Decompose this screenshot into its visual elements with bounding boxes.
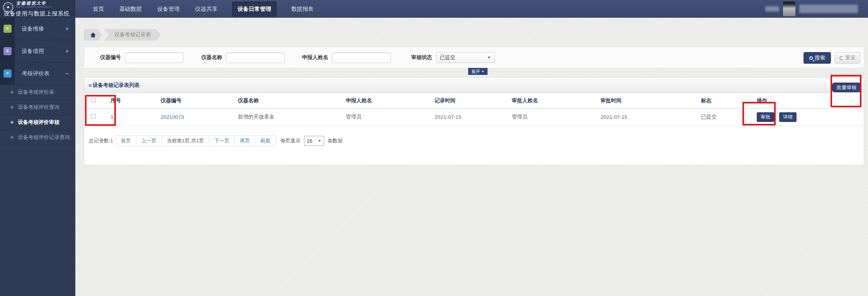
reset-button-label: 重置 xyxy=(845,54,856,61)
table-row: 1 20210073 新增的开放基金 管理员 2021-07-15 管理员 20… xyxy=(84,108,864,126)
header-device-code: 仪器编号 xyxy=(158,97,235,104)
first-page-button[interactable]: 首页 xyxy=(116,135,136,146)
university-name-en: ANHUI JIANZHU UNIVERSITY xyxy=(16,5,73,9)
sidebar-item-evaluation-form[interactable]: 设备考核评价表 xyxy=(0,85,75,100)
bullet-icon xyxy=(10,121,14,124)
applicant-name-label: 申报人姓名 xyxy=(302,54,328,61)
nav-item-instrument-share[interactable]: 仪器共享 xyxy=(194,2,218,16)
device-borrow-iconbox: ≡ xyxy=(0,40,15,62)
nav-item-home[interactable]: 首页 xyxy=(92,2,105,16)
user-label-blurred xyxy=(765,6,779,12)
sidebar-item-evaluation-review-active[interactable]: 设备考核评价审核 xyxy=(0,115,75,130)
expand-plus-icon[interactable]: + xyxy=(65,25,69,32)
device-code-label: 仪器编号 xyxy=(100,54,121,61)
user-name-blurred[interactable] xyxy=(799,5,858,13)
header-approve-time: 审批时间 xyxy=(598,97,698,104)
device-name-input[interactable] xyxy=(226,52,285,63)
last-page-button[interactable]: 尾页 xyxy=(234,135,255,146)
list-icon: ≡ xyxy=(88,82,92,88)
sidebar-item-evaluation-query[interactable]: 设备考核评价查询 xyxy=(0,100,75,115)
sidebar-submenu: 设备考核评价表 设备考核评价查询 设备考核评价审核 设备考核评价记录查询 xyxy=(0,85,75,145)
header-status: 标志 xyxy=(698,97,754,104)
field-device-name: 仪器名称 xyxy=(201,52,285,63)
review-status-label: 审核状态 xyxy=(411,54,432,61)
sidebar-item-evaluation-record-query[interactable]: 设备考核评价记录查询 xyxy=(0,130,75,145)
sidebar: ≡ 设备维修 + ≡ 设备借用 + ≡ 考核评价表 − 设备考核评价表 设备考核… xyxy=(0,18,75,296)
per-page-select[interactable]: 15 ▼ xyxy=(304,136,324,146)
record-list-panel: ≡ 设备考核记录表列表 批量审核 序号 仪器编号 仪器名称 申报人姓名 记录时间… xyxy=(84,77,864,165)
list-panel-title: 设备考核记录表列表 xyxy=(93,82,140,89)
header-actions: 操作 xyxy=(754,97,864,104)
sidebar-group-evaluation[interactable]: ≡ 考核评价表 − xyxy=(0,63,75,85)
select-all-checkbox[interactable] xyxy=(91,98,96,103)
pagination-group: 首页 上一页 当前第1页,共1页 下一页 尾页 刷新 xyxy=(116,135,276,146)
sidebar-subitem-label: 设备考核评价审核 xyxy=(18,119,59,126)
device-name-label: 仪器名称 xyxy=(201,54,222,61)
search-icon xyxy=(809,56,813,60)
device-repair-iconbox: ≡ xyxy=(0,18,15,40)
sidebar-subitem-label: 设备考核评价记录查询 xyxy=(18,134,70,141)
search-panel: 仪器编号 仪器名称 申报人姓名 审核状态 已提交 ▼ 搜索 重置 xyxy=(84,47,864,68)
header-applicant: 申报人姓名 xyxy=(343,97,431,104)
next-page-button[interactable]: 下一页 xyxy=(209,135,235,146)
row-checkbox[interactable] xyxy=(91,114,96,119)
nav-item-data-report[interactable]: 数据报表 xyxy=(290,2,314,16)
chevron-down-icon: ▼ xyxy=(488,56,491,59)
expand-plus-icon[interactable]: + xyxy=(65,48,69,55)
breadcrumb-home[interactable] xyxy=(84,29,102,41)
cell-seq: 1 xyxy=(107,114,158,120)
sidebar-group-device-borrow[interactable]: ≡ 设备借用 + xyxy=(0,40,75,63)
per-page-control: 每页显示 15 ▼ 条数据 xyxy=(280,136,343,146)
search-button[interactable]: 搜索 xyxy=(803,52,831,64)
hamburger-green-icon: ≡ xyxy=(3,25,12,33)
sidebar-subitem-label: 设备考核评价查询 xyxy=(18,104,59,111)
nav-item-basic-data[interactable]: 基础数据 xyxy=(119,2,143,16)
review-button[interactable]: 审批 xyxy=(757,112,774,122)
hamburger-purple-icon: ≡ xyxy=(3,47,12,55)
pagination: 总记录数:1 首页 上一页 当前第1页,共1页 下一页 尾页 刷新 每页显示 1… xyxy=(89,135,343,146)
per-page-prefix-label: 每页显示 xyxy=(280,137,301,144)
prev-page-button[interactable]: 上一页 xyxy=(136,135,162,146)
collapse-minus-icon[interactable]: − xyxy=(65,70,69,77)
per-page-suffix-label: 条数据 xyxy=(328,137,343,144)
field-review-status: 审核状态 已提交 ▼ xyxy=(411,52,495,63)
nav-item-device-mgmt[interactable]: 设备管理 xyxy=(156,2,180,16)
sidebar-group-label: 设备借用 xyxy=(22,47,44,55)
sidebar-group-device-repair[interactable]: ≡ 设备维修 + xyxy=(0,18,75,40)
header-record-time: 记录时间 xyxy=(431,97,509,104)
applicant-name-input[interactable] xyxy=(332,52,391,63)
expand-search-button[interactable]: 展开 ▼ xyxy=(468,68,488,75)
header-divider xyxy=(825,81,825,90)
field-applicant-name: 申报人姓名 xyxy=(302,52,391,63)
top-navbar: 安徽建筑大学 ANHUI JIANZHU UNIVERSITY 设备使用与数据上… xyxy=(0,0,868,18)
chevron-down-icon: ▼ xyxy=(318,139,321,143)
top-nav-menu: 首页 基础数据 设备管理 仪器共享 设备日常管理 数据报表 xyxy=(92,0,314,18)
sidebar-group-label: 考核评价表 xyxy=(22,70,50,77)
reset-button[interactable]: 重置 xyxy=(835,52,860,64)
header-approver: 审批人姓名 xyxy=(509,97,598,104)
bullet-icon xyxy=(10,106,14,109)
university-crest-icon xyxy=(3,2,14,13)
evaluation-iconbox: ≡ xyxy=(0,63,15,85)
user-avatar[interactable] xyxy=(783,2,795,16)
home-icon xyxy=(90,32,96,38)
batch-review-button[interactable]: 批量审核 xyxy=(832,83,861,92)
app-window: { "colors": { "accent_navy": "#2e4372", … xyxy=(0,0,868,296)
sidebar-subitem-label: 设备考核评价表 xyxy=(18,89,54,96)
detail-button[interactable]: 详细 xyxy=(779,112,797,122)
breadcrumb-current: 设备考核记录表 xyxy=(104,29,161,41)
nav-item-daily-mgmt-active[interactable]: 设备日常管理 xyxy=(232,2,277,17)
review-status-select[interactable]: 已提交 ▼ xyxy=(436,52,495,63)
cell-device-name: 新增的开放基金 xyxy=(235,113,343,120)
field-device-code: 仪器编号 xyxy=(100,52,183,63)
list-panel-header: ≡ 设备考核记录表列表 批量审核 xyxy=(84,78,864,93)
device-code-input[interactable] xyxy=(125,52,183,63)
refresh-button[interactable]: 刷新 xyxy=(255,135,276,146)
cell-applicant: 管理员 xyxy=(343,113,431,120)
device-code-link[interactable]: 20210073 xyxy=(161,114,184,120)
review-status-value: 已提交 xyxy=(440,54,456,61)
cell-record-time: 2021-07-15 xyxy=(431,114,509,120)
breadcrumb: 设备考核记录表 xyxy=(84,29,161,41)
current-page-info: 当前第1页,共1页 xyxy=(161,135,209,146)
hamburger-blue-icon: ≡ xyxy=(3,69,12,78)
